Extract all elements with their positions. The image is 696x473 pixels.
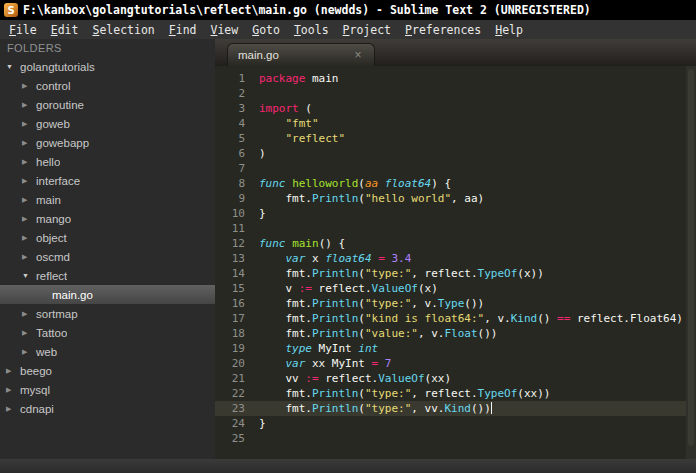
menu-item-find[interactable]: Find xyxy=(162,22,204,38)
menu-item-help[interactable]: Help xyxy=(488,22,530,38)
sidebar-folder-interface[interactable]: ▶interface xyxy=(0,171,215,190)
code-line-14[interactable]: 14 fmt.Println("type:", reflect.TypeOf(x… xyxy=(215,266,696,281)
code-line-3[interactable]: 3import ( xyxy=(215,101,696,116)
code-line-8[interactable]: 8func helloworld(aa float64) { xyxy=(215,176,696,191)
line-number: 12 xyxy=(215,236,245,251)
app-icon[interactable]: S xyxy=(4,3,18,17)
chevron-right-icon[interactable]: ▶ xyxy=(22,158,36,166)
sidebar-folder-web[interactable]: ▶web xyxy=(0,342,215,361)
code-line-19[interactable]: 19 type MyInt int xyxy=(215,341,696,356)
close-icon[interactable]: × xyxy=(352,49,364,61)
code-line-6[interactable]: 6) xyxy=(215,146,696,161)
chevron-right-icon[interactable]: ▶ xyxy=(6,386,20,394)
chevron-right-icon[interactable]: ▶ xyxy=(22,196,36,204)
chevron-right-icon[interactable]: ▶ xyxy=(22,177,36,185)
chevron-right-icon[interactable]: ▶ xyxy=(22,215,36,223)
line-number: 20 xyxy=(215,356,245,371)
code-line-10[interactable]: 10} xyxy=(215,206,696,221)
sidebar-folder-sortmap[interactable]: ▶sortmap xyxy=(0,304,215,323)
menu-item-project[interactable]: Project xyxy=(336,22,398,38)
chevron-right-icon[interactable]: ▶ xyxy=(22,82,36,90)
menu-item-file[interactable]: File xyxy=(2,22,44,38)
sidebar-folder-hello[interactable]: ▶hello xyxy=(0,152,215,171)
sidebar-folder-beego[interactable]: ▶beego xyxy=(0,361,215,380)
sidebar-folder-cdnapi[interactable]: ▶cdnapi xyxy=(0,399,215,418)
code-line-24[interactable]: 24} xyxy=(215,416,696,431)
menu-item-edit[interactable]: Edit xyxy=(44,22,86,38)
line-number: 3 xyxy=(215,101,245,116)
line-number: 22 xyxy=(215,386,245,401)
sidebar-folder-goroutine[interactable]: ▶goroutine xyxy=(0,95,215,114)
code-line-21[interactable]: 21 vv := reflect.ValueOf(xx) xyxy=(215,371,696,386)
menu-item-view[interactable]: View xyxy=(203,22,245,38)
chevron-right-icon[interactable]: ▶ xyxy=(6,367,20,375)
chevron-right-icon[interactable]: ▶ xyxy=(22,234,36,242)
chevron-right-icon[interactable]: ▶ xyxy=(6,405,20,413)
code-line-23[interactable]: 23 fmt.Println("type:", vv.Kind()) xyxy=(215,401,696,416)
tab-main-go[interactable]: main.go × xyxy=(227,43,375,66)
menu-item-selection[interactable]: Selection xyxy=(85,22,161,38)
code-text: fmt.Println("type:", reflect.TypeOf(xx)) xyxy=(245,386,550,401)
code-line-5[interactable]: 5 "reflect" xyxy=(215,131,696,146)
sidebar-folder-object[interactable]: ▶object xyxy=(0,228,215,247)
code-text: ) xyxy=(245,146,266,161)
sidebar-folder-goweb[interactable]: ▶goweb xyxy=(0,114,215,133)
menu-item-preferences[interactable]: Preferences xyxy=(398,22,488,38)
chevron-right-icon[interactable]: ▶ xyxy=(22,329,36,337)
line-number: 13 xyxy=(215,251,245,266)
tree-item-label: cdnapi xyxy=(20,403,54,415)
tree-item-label: oscmd xyxy=(36,251,70,263)
sidebar-folder-oscmd[interactable]: ▶oscmd xyxy=(0,247,215,266)
code-line-18[interactable]: 18 fmt.Println("value:", v.Float()) xyxy=(215,326,696,341)
chevron-right-icon[interactable]: ▶ xyxy=(22,120,36,128)
sidebar-file-main.go[interactable]: main.go xyxy=(0,285,215,304)
chevron-right-icon[interactable]: ▶ xyxy=(22,253,36,261)
code-text: fmt.Println("value:", v.Float()) xyxy=(245,326,497,341)
scrollbar[interactable] xyxy=(686,66,696,459)
chevron-right-icon[interactable]: ▶ xyxy=(22,101,36,109)
chevron-right-icon[interactable]: ▶ xyxy=(22,139,36,147)
line-number: 14 xyxy=(215,266,245,281)
line-number: 8 xyxy=(215,176,245,191)
code-line-16[interactable]: 16 fmt.Println("type:", v.Type()) xyxy=(215,296,696,311)
sidebar-folder-reflect[interactable]: ▼reflect xyxy=(0,266,215,285)
sidebar-folder-main[interactable]: ▶main xyxy=(0,190,215,209)
line-number: 16 xyxy=(215,296,245,311)
code-line-7[interactable]: 7 xyxy=(215,161,696,176)
sidebar-folder-mysql[interactable]: ▶mysql xyxy=(0,380,215,399)
code-text: var x float64 = 3.4 xyxy=(245,251,411,266)
sidebar-folder-tattoo[interactable]: ▶Tattoo xyxy=(0,323,215,342)
code-line-13[interactable]: 13 var x float64 = 3.4 xyxy=(215,251,696,266)
sidebar-folder-gowebapp[interactable]: ▶gowebapp xyxy=(0,133,215,152)
code-line-4[interactable]: 4 "fmt" xyxy=(215,116,696,131)
app-window: S F:\kanbox\golangtutorials\reflect\main… xyxy=(0,0,696,473)
code-line-22[interactable]: 22 fmt.Println("type:", reflect.TypeOf(x… xyxy=(215,386,696,401)
code-line-1[interactable]: 1package main xyxy=(215,71,696,86)
chevron-down-icon[interactable]: ▼ xyxy=(6,63,20,70)
line-number: 24 xyxy=(215,416,245,431)
code-area[interactable]: 1package main23import (4 "fmt"5 "reflect… xyxy=(215,66,696,459)
sidebar-folder-mango[interactable]: ▶mango xyxy=(0,209,215,228)
code-line-12[interactable]: 12func main() { xyxy=(215,236,696,251)
code-line-2[interactable]: 2 xyxy=(215,86,696,101)
scrollbar-thumb[interactable] xyxy=(688,69,694,446)
code-text: fmt.Println("type:", v.Type()) xyxy=(245,296,484,311)
menu-item-tools[interactable]: Tools xyxy=(287,22,336,38)
chevron-right-icon[interactable]: ▶ xyxy=(22,348,36,356)
chevron-right-icon[interactable]: ▶ xyxy=(22,310,36,318)
tree-item-label: object xyxy=(36,232,67,244)
code-line-25[interactable]: 25 xyxy=(215,431,696,446)
code-line-17[interactable]: 17 fmt.Println("kind is float64:", v.Kin… xyxy=(215,311,696,326)
menu-item-goto[interactable]: Goto xyxy=(245,22,287,38)
code-line-9[interactable]: 9 fmt.Println("hello world", aa) xyxy=(215,191,696,206)
code-line-11[interactable]: 11 xyxy=(215,221,696,236)
chevron-down-icon[interactable]: ▼ xyxy=(22,272,36,279)
sidebar-folder-golangtutorials[interactable]: ▼golangtutorials xyxy=(0,57,215,76)
code-line-15[interactable]: 15 v := reflect.ValueOf(x) xyxy=(215,281,696,296)
code-text: } xyxy=(245,416,266,431)
code-line-20[interactable]: 20 var xx MyInt = 7 xyxy=(215,356,696,371)
code-text: fmt.Println("type:", reflect.TypeOf(x)) xyxy=(245,266,544,281)
line-number: 19 xyxy=(215,341,245,356)
sidebar-folder-control[interactable]: ▶control xyxy=(0,76,215,95)
title-bar[interactable]: S F:\kanbox\golangtutorials\reflect\main… xyxy=(0,0,696,20)
